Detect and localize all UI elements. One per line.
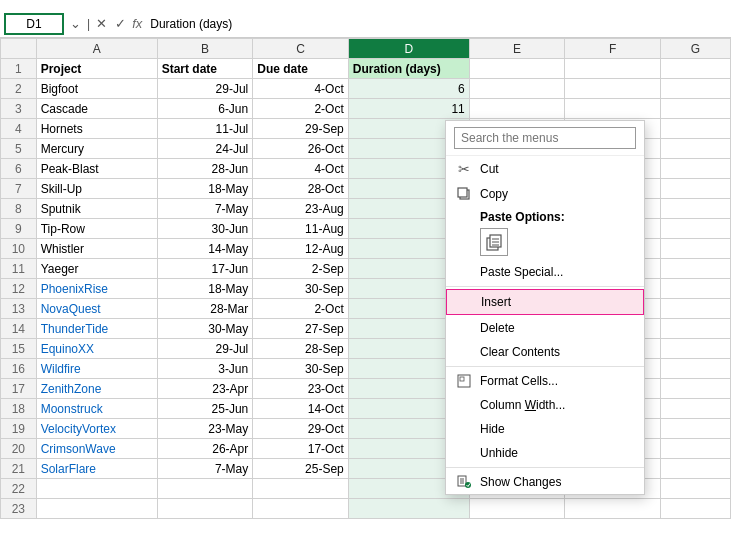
cell-g[interactable]: [660, 399, 730, 419]
cell-c[interactable]: 2-Oct: [253, 99, 349, 119]
cell-g[interactable]: [660, 219, 730, 239]
cell-c[interactable]: 30-Sep: [253, 279, 349, 299]
cell-f[interactable]: [565, 59, 661, 79]
cell-b[interactable]: 3-Jun: [157, 359, 253, 379]
cell-a[interactable]: ThunderTide: [36, 319, 157, 339]
cell-a[interactable]: EquinoXX: [36, 339, 157, 359]
formula-bar-expand-icon[interactable]: ⌄: [68, 16, 83, 31]
col-header-g[interactable]: G: [660, 39, 730, 59]
cell-e[interactable]: [469, 99, 565, 119]
cell-a[interactable]: Skill-Up: [36, 179, 157, 199]
cell-b[interactable]: [157, 479, 253, 499]
paste-icon-row[interactable]: [446, 226, 644, 260]
cell-b[interactable]: 24-Jul: [157, 139, 253, 159]
cell-g[interactable]: [660, 239, 730, 259]
cell-b[interactable]: Start date: [157, 59, 253, 79]
cell-d[interactable]: Duration (days): [348, 59, 469, 79]
menu-item-clear-contents[interactable]: Clear Contents: [446, 340, 644, 364]
cell-c[interactable]: 29-Oct: [253, 419, 349, 439]
cell-a[interactable]: Moonstruck: [36, 399, 157, 419]
cell-b[interactable]: 17-Jun: [157, 259, 253, 279]
cell-g[interactable]: [660, 159, 730, 179]
cell-c[interactable]: 29-Sep: [253, 119, 349, 139]
cell-g[interactable]: [660, 99, 730, 119]
cell-a[interactable]: CrimsonWave: [36, 439, 157, 459]
cell-g[interactable]: [660, 259, 730, 279]
cell-a[interactable]: Wildfire: [36, 359, 157, 379]
cell-a[interactable]: Sputnik: [36, 199, 157, 219]
cell-g[interactable]: [660, 299, 730, 319]
cell-a[interactable]: SolarFlare: [36, 459, 157, 479]
col-header-d[interactable]: D: [348, 39, 469, 59]
cell-g[interactable]: [660, 339, 730, 359]
cell-c[interactable]: 25-Sep: [253, 459, 349, 479]
cell-a[interactable]: NovaQuest: [36, 299, 157, 319]
cell-c[interactable]: 23-Oct: [253, 379, 349, 399]
cell-c[interactable]: 14-Oct: [253, 399, 349, 419]
cell-c[interactable]: 17-Oct: [253, 439, 349, 459]
cell-a[interactable]: [36, 479, 157, 499]
cell-c[interactable]: 28-Oct: [253, 179, 349, 199]
cell-c[interactable]: 4-Oct: [253, 159, 349, 179]
cell-b[interactable]: 7-May: [157, 459, 253, 479]
menu-item-hide[interactable]: Hide: [446, 417, 644, 441]
cell-d[interactable]: 11: [348, 99, 469, 119]
cell-c[interactable]: 4-Oct: [253, 79, 349, 99]
cell-c[interactable]: 28-Sep: [253, 339, 349, 359]
cell-b[interactable]: 28-Jun: [157, 159, 253, 179]
menu-item-format-cells[interactable]: Format Cells...: [446, 369, 644, 393]
cell-a[interactable]: Bigfoot: [36, 79, 157, 99]
cell-g[interactable]: [660, 179, 730, 199]
cell-b[interactable]: 23-May: [157, 419, 253, 439]
cell-a[interactable]: Mercury: [36, 139, 157, 159]
cell-g[interactable]: [660, 359, 730, 379]
cell-b[interactable]: 14-May: [157, 239, 253, 259]
cell-a[interactable]: Yaeger: [36, 259, 157, 279]
paste-icon[interactable]: [480, 228, 508, 256]
cell-g[interactable]: [660, 439, 730, 459]
cell-a[interactable]: Whistler: [36, 239, 157, 259]
cell-e[interactable]: [469, 59, 565, 79]
cell-f[interactable]: [565, 99, 661, 119]
cell-g[interactable]: [660, 199, 730, 219]
cell-g[interactable]: [660, 499, 730, 519]
cell-c[interactable]: [253, 499, 349, 519]
cell-b[interactable]: 18-May: [157, 179, 253, 199]
cell-c[interactable]: 26-Oct: [253, 139, 349, 159]
cell-b[interactable]: 23-Apr: [157, 379, 253, 399]
cell-g[interactable]: [660, 319, 730, 339]
cell-b[interactable]: 26-Apr: [157, 439, 253, 459]
cell-c[interactable]: 11-Aug: [253, 219, 349, 239]
col-header-f[interactable]: F: [565, 39, 661, 59]
cell-b[interactable]: 28-Mar: [157, 299, 253, 319]
col-header-a[interactable]: A: [36, 39, 157, 59]
cell-g[interactable]: [660, 139, 730, 159]
cell-f[interactable]: [565, 499, 661, 519]
search-input[interactable]: [454, 127, 636, 149]
cell-f[interactable]: [565, 79, 661, 99]
cell-g[interactable]: [660, 79, 730, 99]
cell-c[interactable]: 12-Aug: [253, 239, 349, 259]
cell-b[interactable]: 30-Jun: [157, 219, 253, 239]
cell-b[interactable]: 25-Jun: [157, 399, 253, 419]
cell-a[interactable]: Peak-Blast: [36, 159, 157, 179]
cell-a[interactable]: Cascade: [36, 99, 157, 119]
cell-g[interactable]: [660, 479, 730, 499]
cell-c[interactable]: 2-Sep: [253, 259, 349, 279]
cell-c[interactable]: 30-Sep: [253, 359, 349, 379]
cell-b[interactable]: 11-Jul: [157, 119, 253, 139]
cell-b[interactable]: 29-Jul: [157, 79, 253, 99]
col-header-b[interactable]: B: [157, 39, 253, 59]
cell-g[interactable]: [660, 419, 730, 439]
cell-c[interactable]: Due date: [253, 59, 349, 79]
menu-item-insert[interactable]: Insert: [446, 289, 644, 315]
cell-g[interactable]: [660, 279, 730, 299]
cell-b[interactable]: [157, 499, 253, 519]
cell-a[interactable]: ZenithZone: [36, 379, 157, 399]
cell-d[interactable]: [348, 499, 469, 519]
cell-c[interactable]: [253, 479, 349, 499]
cell-b[interactable]: 29-Jul: [157, 339, 253, 359]
menu-item-unhide[interactable]: Unhide: [446, 441, 644, 465]
cell-g[interactable]: [660, 459, 730, 479]
cell-b[interactable]: 6-Jun: [157, 99, 253, 119]
